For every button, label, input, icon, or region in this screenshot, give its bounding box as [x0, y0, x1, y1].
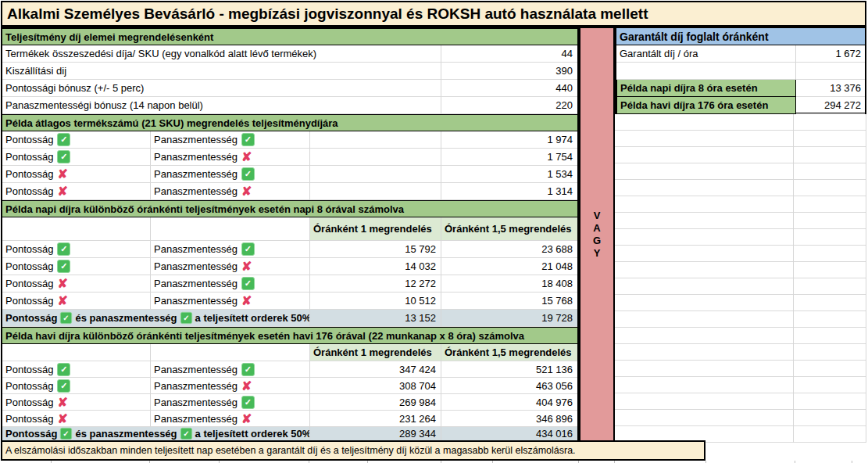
cross-icon: ✘ [57, 184, 67, 199]
grid-right-edge [866, 114, 866, 443]
empty-cell [616, 63, 796, 80]
performance-fee-table: Teljesítmény díj elemei megrendelésenkén… [1, 27, 579, 443]
punctuality-cell: Pontosság✘ [2, 166, 151, 183]
table-row: Pontosság✓ Panaszmentesség✘ 308 704 463 … [2, 378, 577, 394]
amount-cell: 15 792 [310, 241, 441, 258]
complaint-free-cell: Panaszmentesség✘ [151, 378, 310, 394]
table-row: Pontosság✘ Panaszmentesség✘ 10 512 15 76… [2, 293, 577, 310]
check-icon: ✓ [57, 242, 70, 256]
table-row: Garantált díj / óra 1 672 [616, 45, 865, 63]
table-row: Pontosság✘ Panaszmentesség✓ 1 534 [2, 166, 577, 183]
fee-label: Pontossági bónusz (+/- 5 perc) [2, 80, 441, 97]
empty-cell [310, 149, 441, 166]
complaint-free-cell: Panaszmentesség✘ [151, 411, 310, 427]
amount-cell: 289 344 [310, 427, 441, 441]
amount-cell: 1 534 [441, 166, 577, 183]
check-icon: ✓ [241, 133, 255, 146]
table-row: Pontosság✘ Panaszmentesség✓ 269 984 404 … [2, 394, 577, 411]
amount-cell: 463 056 [441, 378, 577, 394]
cross-icon: ✘ [241, 293, 252, 308]
complaint-free-cell: Panaszmentesség✘ [151, 293, 310, 310]
punctuality-cell: Pontosság✓ [2, 361, 151, 378]
section-header-fee-elements: Teljesítmény díj elemei megrendelésenkén… [2, 28, 577, 45]
punctuality-cell: Pontosság✘ [2, 394, 151, 411]
guaranteed-rate-value: 1 672 [796, 45, 865, 63]
check-icon: ✓ [57, 150, 70, 163]
monthly-example-label: Példa havi díjra 176 óra esetén [616, 97, 796, 114]
punctuality-label: Pontosság [5, 134, 53, 145]
amount-cell: 15 768 [441, 293, 577, 310]
check-icon: ✓ [241, 242, 255, 256]
cross-icon: ✘ [241, 411, 252, 426]
punctuality-cell: Pontosság✘ [2, 275, 151, 293]
punctuality-cell: Pontosság✓ [2, 258, 151, 275]
summary-row-daily: Pontosság✓ és panaszmentesség✓ a teljesí… [2, 310, 577, 327]
complaint-free-cell: Panaszmentesség✓ [151, 131, 310, 149]
punctuality-cell: Pontosság✘ [2, 183, 151, 200]
table-row: Pontosság✓ Panaszmentesség✓ 1 974 [2, 131, 577, 149]
table-row: Példa napi díjra 8 óra esetén 13 376 [616, 80, 865, 97]
table-row: Pontosság✓ Panaszmentesség✓ 347 424 521 … [2, 361, 577, 378]
complaint-free-cell: Panaszmentesség✓ [151, 394, 310, 411]
monthly-example-value: 294 272 [796, 97, 865, 114]
amount-cell: 308 704 [310, 378, 441, 394]
or-label: V A G Y [593, 210, 601, 260]
section-header-daily-fee: Példa napi díjra különböző óránkénti tel… [2, 200, 577, 217]
section-header-average-order: Példa átlagos termékszámú (21 SKU) megre… [2, 114, 577, 131]
column-header-1-order: Óránként 1 megrendelés [310, 217, 441, 241]
empty-cell [151, 344, 310, 361]
column-header-row: Óránként 1 megrendelés Óránként 1,5 megr… [2, 344, 577, 361]
complaint-free-label: Panaszmentesség [154, 134, 238, 145]
complaint-free-cell: Panaszmentesség✘ [151, 183, 310, 200]
amount-cell: 269 984 [310, 394, 441, 411]
cross-icon: ✘ [241, 149, 252, 164]
amount-cell: 10 512 [310, 293, 441, 310]
punctuality-cell: Pontosság✓ [2, 131, 151, 149]
check-icon: ✓ [241, 396, 255, 409]
complaint-free-cell: Panaszmentesség✘ [151, 258, 310, 275]
empty-grid-area [615, 114, 866, 443]
complaint-free-cell: Panaszmentesség✘ [151, 149, 310, 166]
check-icon: ✓ [60, 312, 72, 324]
grid-column-divider [793, 114, 794, 443]
check-icon: ✓ [241, 167, 255, 181]
cross-icon: ✘ [241, 259, 252, 274]
guaranteed-fee-panel: Garantált díj foglalt óránként Garantált… [615, 27, 866, 443]
fee-label: Termékek összeszedési díja/ SKU (egy von… [2, 45, 441, 63]
guaranteed-fee-header: Garantált díj foglalt óránként [616, 28, 865, 45]
cross-icon: ✘ [241, 184, 252, 199]
cross-icon: ✘ [57, 293, 67, 308]
guaranteed-rate-label: Garantált díj / óra [616, 45, 796, 63]
table-row: Panaszmentességi bónusz (14 napon belül)… [2, 97, 577, 114]
cross-icon: ✘ [57, 395, 67, 410]
complaint-free-cell: Panaszmentesség✓ [151, 361, 310, 378]
amount-cell: 14 032 [310, 258, 441, 275]
amount-cell: 13 152 [310, 310, 441, 327]
amount-cell: 19 728 [441, 310, 577, 327]
punctuality-cell: Pontosság✘ [2, 293, 151, 310]
table-row: Pontosság✓ Panaszmentesség✘ 14 032 21 04… [2, 258, 577, 275]
fee-value: 440 [441, 80, 577, 97]
summary-label: Pontosság✓ és panaszmentesség✓ a teljesí… [2, 310, 310, 327]
check-icon: ✓ [180, 428, 191, 440]
amount-cell: 21 048 [441, 258, 577, 275]
or-divider-column: V A G Y [579, 27, 615, 442]
guaranteed-fee-table: Garantált díj foglalt óránként Garantált… [615, 27, 866, 114]
check-icon: ✓ [57, 260, 70, 273]
summary-row-monthly: Pontosság✓ és panaszmentesség✓ a teljesí… [2, 427, 577, 441]
fee-value: 44 [441, 45, 577, 63]
table-row: Termékek összeszedési díja/ SKU (egy von… [2, 45, 577, 63]
empty-cell [151, 217, 310, 241]
check-icon: ✓ [241, 277, 255, 290]
check-icon: ✓ [60, 428, 72, 440]
table-row: Pontosság✘ Panaszmentesség✘ 1 314 [2, 183, 577, 200]
complaint-free-cell: Panaszmentesség✓ [151, 275, 310, 293]
column-header-1-order: Óránként 1 megrendelés [310, 344, 441, 361]
section-header-monthly-fee: Példa havi díjra különböző óránkénti tel… [2, 327, 577, 344]
amount-cell: 346 896 [441, 411, 577, 427]
fee-label: Kiszállítási dij [2, 63, 441, 80]
check-icon: ✓ [57, 133, 70, 146]
cross-icon: ✘ [57, 167, 67, 181]
empty-cell [310, 166, 441, 183]
amount-cell: 347 424 [310, 361, 441, 378]
